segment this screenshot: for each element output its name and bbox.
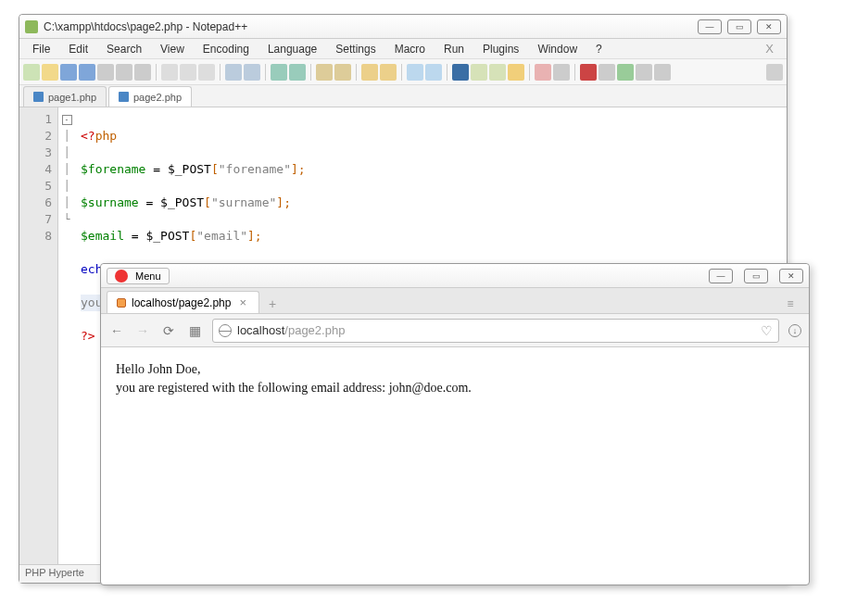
line-number: 4 [19,161,52,178]
toolbar-separator [574,64,575,81]
toolbar-doc-icon[interactable] [508,64,524,81]
window-title: C:\xampp\htdocs\page2.php - Notepad++ [44,20,692,33]
back-button[interactable]: ← [108,322,125,339]
toolbar-separator [156,64,157,81]
browser-titlebar[interactable]: Menu — ▭ ✕ [101,264,809,288]
file-tab-page1[interactable]: page1.php [23,86,107,107]
status-text: PHP Hyperte [25,567,84,578]
toolbar-invis-icon[interactable] [425,64,442,81]
toolbar-new-icon[interactable] [23,64,40,81]
menu-settings[interactable]: Settings [326,41,384,57]
opera-icon [115,270,128,283]
tab-close-icon[interactable]: × [236,295,249,309]
toolbar-separator [447,64,447,81]
menu-window[interactable]: Window [528,41,586,57]
url-text: localhost/page2.php [237,323,345,337]
close-button[interactable]: ✕ [757,19,781,34]
toolbar-doclist-icon[interactable] [553,64,570,81]
forward-button[interactable]: → [134,322,151,339]
toolbar-redo-icon[interactable] [244,64,260,81]
notepad-app-icon [25,20,38,33]
toolbar-separator [265,64,266,81]
browser-maximize-button[interactable]: ▭ [744,269,768,283]
menu-view[interactable]: View [151,41,194,57]
toolbar-undo-icon[interactable] [225,64,242,81]
menu-plugins[interactable]: Plugins [473,41,528,57]
toolbar-indent-icon[interactable] [452,64,469,81]
toolbar-separator [356,64,357,81]
toolbar-open-icon[interactable] [42,64,58,81]
menu-file[interactable]: File [23,41,59,57]
maximize-button[interactable]: ▭ [727,19,751,34]
menu-run[interactable]: Run [435,41,473,57]
menu-macro[interactable]: Macro [385,41,435,57]
menu-language[interactable]: Language [258,41,326,57]
toolbar-print-icon[interactable] [134,64,151,81]
toolbar-right-icon[interactable] [766,64,783,81]
page-content: Hello John Doe, you are registered with … [101,347,809,409]
browser-extensions-icon[interactable]: ≡ [777,295,803,313]
menu-help[interactable]: ? [586,41,611,57]
toolbar-replace-icon[interactable] [289,64,306,81]
toolbar-cut-icon[interactable] [161,64,178,81]
menu-search[interactable]: Search [97,41,151,57]
browser-toolbar: ← → ⟳ ▦ localhost/page2.php ♡ ↓ [101,314,809,347]
toolbar-stop-icon[interactable] [599,64,615,81]
toolbar-sync-icon[interactable] [361,64,378,81]
line-number: 8 [19,228,52,245]
tab-label: page1.php [48,92,96,103]
toolbar-closeall-icon[interactable] [116,64,132,81]
toolbar-sync2-icon[interactable] [380,64,397,81]
bookmark-icon[interactable]: ♡ [761,323,773,338]
xampp-favicon-icon [117,298,126,308]
browser-tab-label: localhost/page2.php [132,296,231,309]
browser-tab-bar: localhost/page2.php × + ≡ [101,288,809,314]
menu-encoding[interactable]: Encoding [194,41,258,57]
page-line: Hello John Doe, [116,360,794,379]
browser-window: Menu — ▭ ✕ localhost/page2.php × + ≡ ← →… [100,263,810,585]
toolbar-saveall-icon[interactable] [79,64,95,81]
line-number: 5 [19,178,52,195]
opera-menu-button[interactable]: Menu [107,268,170,284]
browser-close-button[interactable]: ✕ [779,269,803,283]
minimize-button[interactable]: — [698,19,722,34]
toolbar-find-icon[interactable] [271,64,287,81]
toolbar-zoomout-icon[interactable] [334,64,351,81]
toolbar-unfold-icon[interactable] [489,64,506,81]
toolbar-separator [310,64,311,81]
fold-toggle-icon[interactable]: - [62,115,72,125]
new-tab-button[interactable]: + [263,295,282,313]
toolbar-paste-icon[interactable] [198,64,215,81]
toolbar-playmulti-icon[interactable] [636,64,652,81]
toolbar-copy-icon[interactable] [180,64,196,81]
line-number: 3 [19,145,52,161]
file-icon [33,92,44,102]
browser-minimize-button[interactable]: — [709,269,733,283]
menu-bar: File Edit Search View Encoding Language … [19,39,787,59]
toolbar-record-icon[interactable] [580,64,597,81]
toolbar-close-icon[interactable] [97,64,114,81]
toolbar-zoomin-icon[interactable] [316,64,333,81]
notepad-titlebar[interactable]: C:\xampp\htdocs\page2.php - Notepad++ — … [19,15,787,39]
line-number: 2 [19,128,52,145]
toolbar-wrap-icon[interactable] [407,64,423,81]
reload-button[interactable]: ⟳ [160,322,177,339]
toolbar-fold-icon[interactable] [471,64,487,81]
speed-dial-button[interactable]: ▦ [186,322,203,339]
toolbar-play-icon[interactable] [617,64,634,81]
address-bar[interactable]: localhost/page2.php ♡ [212,319,779,343]
fold-column: - │││ ││└ [58,107,75,564]
toolbar-separator [401,64,402,81]
line-number: 6 [19,195,52,211]
toolbar-save-icon[interactable] [60,64,77,81]
toolbar-separator [220,64,221,81]
toolbar-folder-icon[interactable] [535,64,551,81]
menu-close-x[interactable]: X [756,42,783,56]
toolbar [19,59,787,85]
toolbar-separator [529,64,530,81]
toolbar-savemacro-icon[interactable] [654,64,671,81]
browser-tab[interactable]: localhost/page2.php × [107,291,259,313]
file-tab-page2[interactable]: page2.php [108,86,192,107]
menu-edit[interactable]: Edit [59,41,97,57]
downloads-icon[interactable]: ↓ [788,324,801,337]
